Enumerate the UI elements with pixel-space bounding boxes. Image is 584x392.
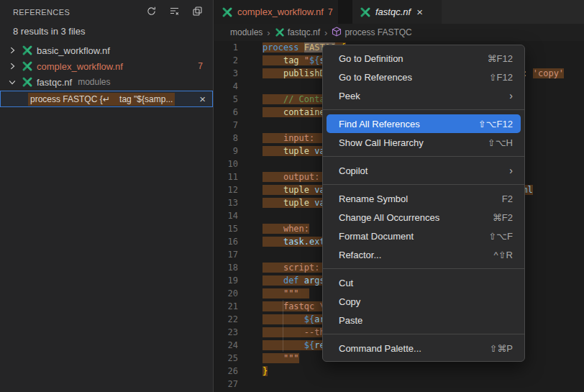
collapse-all-icon — [192, 6, 203, 19]
dismiss-result-icon[interactable]: × — [199, 94, 206, 104]
menu-separator — [323, 156, 524, 157]
file-name: basic_workflow.nf — [37, 45, 110, 56]
menu-item-label: Go to References — [339, 72, 412, 83]
menu-item-shortcut: ^⇧R — [494, 250, 513, 260]
menu-item-label: Go to Definition — [339, 53, 403, 64]
reference-result-item[interactable]: process FASTQC {↵ tag "${samp... × — [0, 91, 213, 107]
breadcrumb-file[interactable]: fastqc.nf — [275, 27, 320, 37]
menu-item-label: Find All References — [339, 119, 420, 129]
menu-item-go-to-references[interactable]: Go to References⇧F12 — [323, 68, 524, 86]
line-number: 15 — [214, 222, 238, 235]
chevron-right-icon: › — [267, 27, 270, 38]
line-number: 14 — [214, 209, 238, 222]
menu-item-label: Refactor... — [339, 250, 381, 260]
line-number: 22 — [214, 313, 238, 326]
breadcrumb-symbol[interactable]: process FASTQC — [332, 27, 411, 39]
chevron-down-icon[interactable] — [6, 76, 18, 88]
nextflow-file-icon — [360, 6, 371, 18]
menu-separator — [323, 268, 524, 269]
line-number: 2 — [214, 54, 238, 67]
file-name: fastqc.nf — [37, 77, 72, 88]
line-number: 26 — [214, 365, 238, 378]
line-number: 23 — [214, 326, 238, 339]
line-number: 25 — [214, 352, 238, 365]
tree-file-row[interactable]: fastqc.nfmodules — [0, 74, 213, 90]
chevron-right-icon[interactable] — [6, 60, 18, 72]
line-number: 10 — [214, 158, 238, 170]
refresh-icon — [146, 6, 157, 19]
collapse-all-button[interactable] — [190, 5, 204, 19]
menu-item-paste[interactable]: Paste — [323, 311, 524, 329]
nextflow-file-icon — [222, 6, 233, 18]
submenu-arrow-icon: › — [509, 90, 513, 101]
references-panel-header: REFERENCES — [0, 0, 213, 24]
menu-item-rename-symbol[interactable]: Rename SymbolF2 — [323, 189, 524, 208]
line-number: 9 — [214, 145, 238, 158]
menu-item-label: Rename Symbol — [339, 193, 408, 204]
tree-file-row[interactable]: basic_workflow.nf — [0, 42, 213, 58]
menu-item-shortcut: ⇧⌘P — [489, 343, 513, 354]
line-number: 5 — [214, 93, 238, 106]
tab-label: fastqc.nf — [375, 6, 411, 17]
line-number: 18 — [214, 261, 238, 274]
menu-item-show-call-hierarchy[interactable]: Show Call Hierarchy⇧⌥H — [323, 133, 524, 152]
chevron-right-icon[interactable] — [6, 45, 18, 56]
breadcrumb-symbol-label: process FASTQC — [345, 27, 411, 37]
menu-separator — [323, 184, 524, 185]
chevron-right-icon: › — [324, 27, 327, 38]
tab-close-icon[interactable]: × — [416, 6, 423, 17]
breadcrumb-folder[interactable]: modules — [230, 27, 263, 37]
menu-item-label: Cut — [339, 278, 353, 288]
line-number: 21 — [214, 300, 238, 313]
line-number: 4 — [214, 80, 238, 93]
breadcrumb: modules › fastqc.nf › process FASTQC — [214, 24, 584, 41]
line-number: 16 — [214, 235, 238, 248]
line-number: 13 — [214, 196, 238, 209]
menu-item-cut[interactable]: Cut — [323, 273, 524, 292]
menu-item-format-document[interactable]: Format Document⇧⌥F — [323, 227, 524, 245]
line-number: 1 — [214, 41, 238, 54]
tab-separator — [338, 0, 352, 24]
code-line[interactable]: 26} — [214, 365, 584, 378]
menu-separator — [323, 334, 524, 334]
menu-item-label: Paste — [339, 315, 362, 326]
file-name: complex_workflow.nf — [37, 61, 123, 72]
context-menu: Go to Definition⌘F12Go to References⇧F12… — [322, 45, 525, 362]
line-number: 20 — [214, 287, 238, 300]
result-count-badge: 7 — [198, 61, 203, 71]
menu-item-find-all-references[interactable]: Find All References⇧⌥F12 — [327, 114, 521, 133]
line-number: 8 — [214, 132, 238, 145]
tab-label: complex_workflow.nf — [237, 6, 324, 17]
clear-all-button[interactable] — [167, 5, 181, 19]
menu-item-label: Copy — [339, 296, 360, 307]
menu-item-shortcut: ⇧⌥F — [488, 231, 513, 242]
menu-item-peek[interactable]: Peek› — [323, 86, 524, 105]
menu-item-command-palette[interactable]: Command Palette...⇧⌘P — [323, 339, 524, 357]
empty-tab-space — [442, 0, 584, 24]
results-summary: 8 results in 3 files — [0, 24, 213, 42]
symbol-namespace-icon — [332, 27, 342, 39]
line-number: 7 — [214, 119, 238, 132]
code-line[interactable]: 27 — [214, 378, 584, 391]
menu-separator — [323, 109, 524, 110]
line-number: 6 — [214, 106, 238, 119]
tab-complex-workflow[interactable]: complex_workflow.nf 7 — [214, 0, 338, 24]
menu-item-label: Show Call Hierarchy — [339, 137, 424, 148]
menu-item-refactor[interactable]: Refactor...^⇧R — [323, 245, 524, 264]
line-number: 27 — [214, 378, 238, 391]
menu-item-shortcut: ⌘F12 — [488, 53, 513, 64]
line-number: 11 — [214, 170, 238, 183]
menu-item-copy[interactable]: Copy — [323, 292, 524, 311]
tree-file-row[interactable]: complex_workflow.nf7 — [0, 58, 213, 74]
menu-item-change-all-occurrences[interactable]: Change All Occurrences⌘F2 — [323, 208, 524, 227]
refresh-button[interactable] — [144, 5, 158, 19]
menu-item-copilot[interactable]: Copilot› — [323, 161, 524, 180]
tab-fastqc[interactable]: fastqc.nf × — [352, 0, 442, 24]
line-number: 17 — [214, 248, 238, 261]
breadcrumb-file-label: fastqc.nf — [288, 27, 320, 37]
line-number: 19 — [214, 274, 238, 287]
file-path-hint: modules — [78, 77, 110, 87]
nextflow-file-icon — [275, 27, 285, 37]
menu-item-go-to-definition[interactable]: Go to Definition⌘F12 — [323, 49, 524, 68]
panel-title: REFERENCES — [13, 8, 70, 17]
